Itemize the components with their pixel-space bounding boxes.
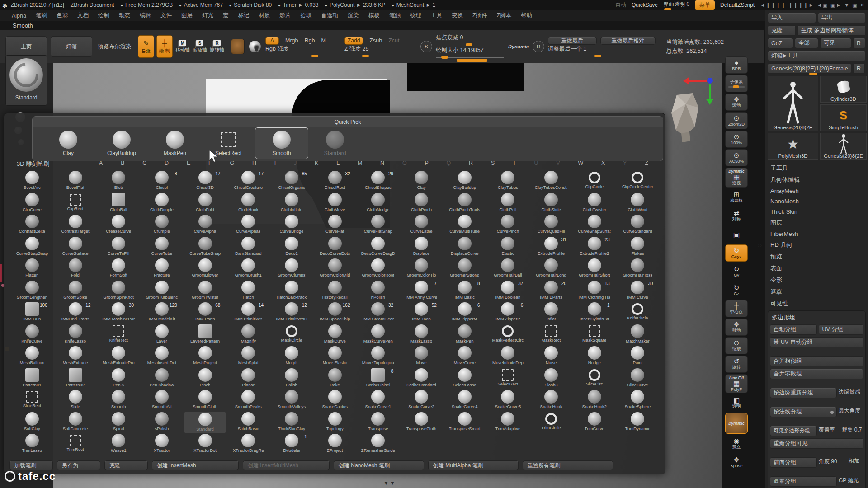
section-子工具[interactable]: 子工具 bbox=[768, 162, 866, 174]
brush-knifecurve[interactable]: KnifeCurve bbox=[10, 324, 54, 346]
brush-decocurvedots[interactable]: DecoCurveDots bbox=[313, 236, 357, 258]
section-可见性[interactable]: 可见性 bbox=[768, 298, 866, 310]
brush-bevelflat[interactable]: BevelFlat bbox=[54, 170, 97, 192]
brush-insertcylndrext[interactable]: InsertCylndrExt1 bbox=[573, 302, 616, 324]
brush-smoothpeaks[interactable]: SmoothPeaks bbox=[226, 389, 270, 412]
action-加载笔刷[interactable]: 加载笔刷 bbox=[9, 460, 53, 470]
menu-item-z脚本[interactable]: Z脚本 bbox=[497, 12, 512, 19]
brush-paint[interactable]: Paint bbox=[616, 346, 660, 368]
material-ball[interactable] bbox=[249, 41, 261, 52]
brush-decocurvedragd[interactable]: DecoCurveDragD bbox=[357, 236, 400, 258]
menu-item-alpha[interactable]: Alpha bbox=[12, 13, 26, 19]
menu-item-渲染[interactable]: 渲染 bbox=[348, 12, 359, 19]
brush-snakecurve2[interactable]: SnakeCurve2 bbox=[400, 389, 443, 412]
brush-imm-bparts[interactable]: IMM BParts20 bbox=[529, 280, 573, 302]
brush-rake[interactable]: Rake bbox=[313, 368, 357, 390]
brush-groomhairshort[interactable]: GroomHairShort bbox=[573, 258, 616, 280]
brush-clothpull[interactable]: ClothPull bbox=[486, 192, 530, 215]
brush-topology[interactable]: Topology bbox=[313, 412, 357, 434]
shelf--[interactable]: ◉孤立 bbox=[725, 435, 748, 452]
brush-contrastdelta[interactable]: ContrastDelta bbox=[10, 214, 54, 236]
brush-stitchbasic[interactable]: StitchBasic bbox=[226, 412, 270, 434]
menu-item-影片[interactable]: 影片 bbox=[279, 12, 291, 19]
brush-meshproject[interactable]: MeshProject bbox=[184, 346, 227, 368]
shelf-bpr[interactable]: ●BPR bbox=[725, 56, 748, 74]
import-button[interactable]: 导入 bbox=[768, 13, 816, 23]
brush-groomlengthen[interactable]: GroomLengthen bbox=[10, 280, 54, 302]
menu-item-z插件[interactable]: Z插件 bbox=[472, 12, 487, 19]
brush-meshsplat[interactable]: MeshSplat bbox=[226, 346, 270, 368]
genesis-small-thumbnail[interactable]: Genesis{20}8{2E bbox=[820, 133, 867, 160]
brush-imm-steamgear[interactable]: IMM SteamGear32 bbox=[357, 302, 400, 324]
brush-curvemultitube[interactable]: CurveMultiTube bbox=[443, 214, 486, 236]
brush-snakecurve5[interactable]: SnakeCurve5 bbox=[486, 389, 530, 412]
brush-xtractor[interactable]: XTractor bbox=[140, 433, 184, 455]
brush-move-elastic[interactable]: Move Elastic bbox=[313, 346, 357, 368]
brush-imm-machinepar[interactable]: IMM MachinePar30 bbox=[97, 302, 140, 324]
brush-snakecurve4[interactable]: SnakeCurve4 bbox=[443, 389, 486, 412]
brush-trimdynamic[interactable]: TrimDynamic bbox=[616, 412, 660, 434]
zcut-button[interactable]: Zcut bbox=[388, 38, 399, 44]
menu-item-图层[interactable]: 图层 bbox=[181, 12, 193, 19]
brush-clothslide[interactable]: ClothSlide bbox=[529, 192, 573, 215]
brush-morph[interactable]: Morph bbox=[270, 346, 313, 368]
shelf-100-[interactable]: ⊙100% bbox=[725, 131, 748, 148]
menu-item-文档[interactable]: 文档 bbox=[77, 12, 89, 19]
polymesh3d-thumbnail[interactable]: ★ PolyMesh3D bbox=[768, 133, 818, 160]
letter-index-X[interactable]: X bbox=[601, 160, 605, 166]
letter-index-K[interactable]: K bbox=[315, 160, 318, 166]
section-nanomesh[interactable]: NanoMesh bbox=[768, 196, 866, 206]
zscript-label[interactable]: DefaultZScript bbox=[720, 2, 755, 8]
goz-visible-button[interactable]: 可见 bbox=[820, 38, 851, 48]
brush-curvequadfill[interactable]: CurveQuadFill bbox=[529, 214, 573, 236]
brush-curvesnapsurfa-[interactable]: CurveSnapSurfa: bbox=[573, 214, 616, 236]
brush-clothnudge[interactable]: ClothNudge bbox=[357, 192, 400, 215]
export-button[interactable]: 导出 bbox=[818, 13, 866, 23]
brush-imm-zipperm[interactable]: IMM ZipperM6 bbox=[443, 302, 486, 324]
letter-index-O[interactable]: O bbox=[402, 160, 407, 166]
brush-damstandard[interactable]: DamStandard bbox=[226, 236, 270, 258]
brush-xtractordragre[interactable]: XTractorDragRe bbox=[226, 433, 270, 455]
brush-clay[interactable]: Clay bbox=[400, 170, 443, 192]
brush-meshinsert-dot[interactable]: MeshInsert Dot bbox=[140, 346, 184, 368]
brush-smoothvalleys[interactable]: SmoothValleys bbox=[270, 389, 313, 412]
letter-index-N[interactable]: N bbox=[380, 160, 384, 166]
shelf--[interactable]: ↺旋转 bbox=[725, 356, 748, 373]
brush-curvetubesnap[interactable]: CurveTubeSnap bbox=[184, 236, 227, 258]
dynamic-label[interactable]: Dynamic bbox=[508, 44, 529, 49]
brush-groomcolormid[interactable]: GroomColorMid bbox=[313, 258, 357, 280]
brush-layer[interactable]: Layer bbox=[140, 324, 184, 346]
auto-groups-button[interactable]: 自动分组 bbox=[770, 324, 817, 335]
brush-slash3[interactable]: Slash3 bbox=[529, 368, 573, 390]
shelf-gz[interactable]: ↻Gz bbox=[725, 282, 748, 299]
draw-size-slider[interactable]: 绘制大小 14.19857 bbox=[436, 53, 504, 58]
tray-toggle-arrows[interactable]: ▼▼ bbox=[383, 480, 396, 486]
action-创建-insertmesh[interactable]: 创建 InsertMesh bbox=[152, 460, 239, 470]
brush-extrudeprofile2[interactable]: ExtrudeProfile223 bbox=[573, 236, 616, 258]
brush-clothtwister[interactable]: ClothTwister bbox=[573, 192, 616, 215]
brush-groomcolortip[interactable]: GroomColorTip bbox=[400, 258, 443, 280]
brush-maskcurve[interactable]: MaskCurve bbox=[313, 324, 357, 346]
brush-curveflat[interactable]: CurveFlat bbox=[313, 214, 357, 236]
rotate-axis-button[interactable]: R旋转轴 bbox=[209, 36, 225, 57]
brush-masksquare[interactable]: MaskSquare bbox=[573, 324, 616, 346]
brush-pen-shadow[interactable]: Pen Shadow bbox=[140, 368, 184, 390]
brush-magnify[interactable]: Magnify bbox=[226, 324, 270, 346]
brush-imm-curve[interactable]: IMM Curve30 bbox=[616, 280, 660, 302]
gp-polish-slider[interactable]: GP 抛光 bbox=[839, 476, 863, 485]
letter-index-L[interactable]: L bbox=[336, 160, 340, 166]
rgb-intensity-slider[interactable]: Rgb 强度 bbox=[265, 52, 340, 56]
brush-groomblower[interactable]: GroomBlower bbox=[184, 258, 227, 280]
brush-softclay[interactable]: SoftClay bbox=[10, 412, 54, 434]
menu-item-变换[interactable]: 变换 bbox=[452, 12, 463, 19]
mrgb-button[interactable]: Mrgb bbox=[285, 38, 298, 44]
shelf--[interactable]: ✥移动 bbox=[725, 319, 748, 336]
shelf--[interactable]: ✥滚动 bbox=[725, 94, 748, 111]
menu-item-色彩[interactable]: 色彩 bbox=[57, 12, 68, 19]
shelf--[interactable]: ◧透明 bbox=[725, 394, 748, 412]
brush-curvesurface[interactable]: CurveSurface bbox=[54, 236, 97, 258]
section-图层[interactable]: 图层 bbox=[768, 217, 866, 229]
brush-maskcurvepen[interactable]: MaskCurvePen bbox=[357, 324, 400, 346]
brush-groomhairtoss[interactable]: GroomHairToss bbox=[616, 258, 660, 280]
tray-collapse-handle[interactable]: ›› bbox=[758, 242, 762, 248]
